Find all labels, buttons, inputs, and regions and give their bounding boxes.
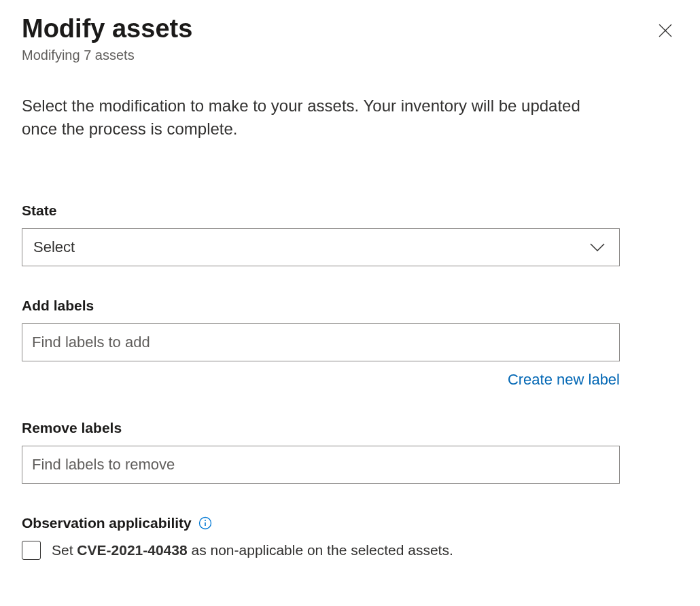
svg-point-4 [205, 520, 206, 521]
remove-labels-input[interactable] [22, 446, 620, 484]
close-button[interactable] [652, 18, 678, 43]
add-labels-input[interactable] [22, 323, 620, 361]
state-select[interactable]: Select [22, 228, 620, 266]
state-label: State [22, 202, 678, 219]
info-icon[interactable] [198, 516, 212, 530]
page-subtitle: Modifying 7 assets [22, 48, 192, 63]
observation-applicability-label: Observation applicability [22, 515, 192, 531]
state-select-value: Select [33, 238, 75, 256]
close-icon [658, 23, 673, 38]
checkbox-suffix: as non-applicable on the selected assets… [188, 542, 453, 558]
page-title: Modify assets [22, 14, 192, 45]
add-labels-label: Add labels [22, 298, 678, 314]
non-applicable-checkbox-label: Set CVE-2021-40438 as non-applicable on … [52, 542, 453, 558]
non-applicable-checkbox[interactable] [22, 541, 41, 560]
checkbox-prefix: Set [52, 542, 77, 558]
cve-id: CVE-2021-40438 [77, 542, 187, 558]
create-new-label-link[interactable]: Create new label [508, 371, 620, 388]
remove-labels-label: Remove labels [22, 420, 678, 436]
chevron-down-icon [589, 243, 606, 252]
page-description: Select the modification to make to your … [22, 94, 620, 142]
